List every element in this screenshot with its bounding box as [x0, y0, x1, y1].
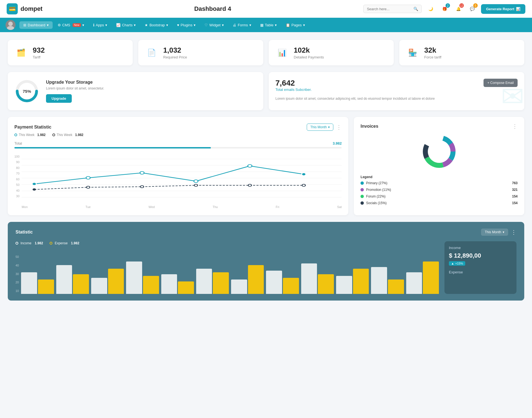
chat-icon-btn[interactable]: 💬 5 [467, 4, 477, 14]
legend-dot-income [16, 242, 18, 245]
bar-yellow [248, 265, 264, 294]
chevron-down-icon-statistic: ▾ [503, 230, 504, 234]
generate-report-label: Generate Report [486, 7, 514, 11]
legend-color-forum [360, 195, 364, 198]
upgrade-button[interactable]: Upgrade [46, 94, 72, 103]
bar-yellow [143, 276, 159, 294]
info-icon: ℹ [93, 23, 94, 27]
search-input[interactable] [367, 7, 411, 11]
force-tariff-label: Force tariff [424, 55, 441, 59]
storage-card-inner: 75% Upgrade Your Storage Lorem ipsum dol… [14, 79, 257, 104]
nav-item-forms[interactable]: 🖨 Forms ▾ [229, 21, 255, 29]
legend-label-forum: Forum (22%) [366, 194, 385, 198]
stat-info-detailed-payments: 102k Detailed Payments [294, 46, 324, 59]
chevron-down-icon-apps: ▾ [105, 23, 107, 27]
nav-label-widget: Widget [209, 23, 220, 27]
search-box[interactable]: 🔍 [363, 5, 422, 13]
legend-dot-dark [52, 134, 55, 136]
this-month-filter-button[interactable]: This Month ▾ [307, 124, 333, 131]
statistic-more-options[interactable]: ⋮ [511, 229, 516, 235]
statistic-content: Income 1.982 Expense 1.982 50 40 30 [16, 241, 516, 294]
email-label: Total emails Subcriber. [275, 88, 312, 92]
nav-label-pages: Pages [291, 23, 302, 27]
generate-report-button[interactable]: Generate Report 📊 [481, 4, 525, 14]
invoices-title: Invoices [360, 124, 378, 129]
chevron-down-icon-filter: ▾ [328, 125, 330, 129]
tariff-label: Tariff [33, 55, 45, 59]
logo-area: 💳 dompet [7, 3, 62, 14]
bar-yellow [73, 274, 89, 294]
statistic-chart-section: Income 1.982 Expense 1.982 50 40 30 [16, 241, 439, 294]
nav-item-widget[interactable]: ♡ Widget ▾ [201, 21, 227, 29]
legend-val-1: 1.982 [37, 133, 45, 137]
payment-chart-more-options[interactable]: ⋮ [336, 124, 342, 130]
nav-label-plugins: Plugins [181, 23, 193, 27]
nav-label-table: Table [265, 23, 273, 27]
nav-item-plugins[interactable]: ♥ Plugins ▾ [173, 21, 200, 29]
email-decorative-icon: ✉ [501, 83, 524, 110]
email-header: 7,642 Total emails Subcriber. + Compose … [275, 79, 518, 94]
bar-chart-icon: 📊 [516, 7, 520, 11]
legend-label-primary: Primary (27%) [366, 181, 387, 185]
invoices-card: Invoices ⋮ Legend [354, 117, 524, 215]
bar-yellow [388, 279, 404, 294]
bar-group [56, 255, 89, 294]
bar-white [406, 272, 422, 294]
dashboard-icon: ⊞ [23, 23, 26, 27]
legend-forum-left: Forum (22%) [360, 194, 385, 198]
email-count-area: 7,642 Total emails Subcriber. [275, 79, 312, 94]
stat-info-required-price: 1,032 Required Price [163, 46, 187, 59]
force-tariff-icon: 🏪 [406, 46, 419, 59]
legend-primary-left: Primary (27%) [360, 181, 387, 185]
statistic-filter-area: This Month ▾ ⋮ [481, 229, 516, 236]
statistic-card: Statistic This Month ▾ ⋮ Income 1.982 [8, 222, 524, 301]
nav-item-table[interactable]: ▦ Table ▾ [256, 21, 281, 29]
bar-yellow [353, 269, 369, 294]
required-price-value: 1,032 [163, 46, 187, 55]
gift-icon-btn[interactable]: 🎁 2 [439, 4, 449, 14]
invoices-more-options[interactable]: ⋮ [512, 124, 518, 129]
payment-legend-row: This Week 1.982 This Week 1.982 [14, 133, 342, 137]
statistic-bars-area [21, 255, 439, 294]
nav-item-apps[interactable]: ℹ Apps ▾ [89, 21, 111, 29]
gift-badge: 2 [446, 3, 450, 8]
nav-item-cms[interactable]: ⚙ CMS New ▾ [54, 21, 88, 29]
detailed-payments-label: Detailed Payments [294, 55, 324, 59]
header: 💳 dompet Dashboard 4 🔍 🌙 🎁 2 🔔 12 💬 5 Ge… [0, 0, 532, 18]
gift-icon: 🎁 [442, 7, 447, 11]
logo-icon: 💳 [7, 3, 18, 14]
heart-icon-2: ♡ [204, 23, 208, 27]
statistic-y-axis: 50 40 30 20 10 [16, 255, 21, 294]
legend-count-promotion: 321 [512, 188, 518, 192]
chevron-down-icon-charts: ▾ [134, 23, 136, 27]
legend-socials-left: Socials (15%) [360, 201, 387, 205]
statistic-month-filter-button[interactable]: This Month ▾ [481, 229, 508, 236]
chart-row: Payment Statistic This Month ▾ ⋮ This We… [8, 117, 524, 215]
bar-white [336, 276, 352, 294]
stat-card-detailed-payments: 📊 102k Detailed Payments [269, 40, 394, 65]
legend-color-socials [360, 201, 364, 205]
tariff-value: 932 [33, 46, 45, 55]
statistic-legend: Income 1.982 Expense 1.982 [16, 241, 439, 245]
invoices-donut-wrap [360, 134, 518, 170]
nav-item-dashboard[interactable]: ⊞ Dashboard ▾ [19, 21, 53, 29]
bar-white [301, 263, 317, 294]
legend-val-2: 1.982 [75, 133, 83, 137]
moon-icon-btn[interactable]: 🌙 [426, 4, 436, 14]
mid-row: 75% Upgrade Your Storage Lorem ipsum dol… [8, 72, 524, 110]
moon-icon: 🌙 [428, 7, 433, 11]
bar-group [21, 255, 54, 294]
expense-legend-val: 1.982 [71, 241, 79, 245]
stat-card-tariff: 🗂️ 932 Tariff [8, 40, 133, 65]
bar-white [266, 271, 282, 294]
expense-legend-label: Expense [55, 241, 68, 245]
nav-item-bootstrap[interactable]: ★ Bootstrap ▾ [141, 21, 172, 29]
svg-point-1 [7, 26, 14, 30]
nav-item-charts[interactable]: 📈 Charts ▾ [112, 21, 140, 29]
bell-icon-btn[interactable]: 🔔 12 [453, 4, 463, 14]
invoices-legend-title: Legend [360, 175, 518, 179]
bar-yellow [178, 281, 194, 294]
nav-item-pages[interactable]: 📋 Pages ▾ [282, 21, 309, 29]
search-icon: 🔍 [413, 7, 418, 11]
svg-point-11 [32, 183, 36, 185]
